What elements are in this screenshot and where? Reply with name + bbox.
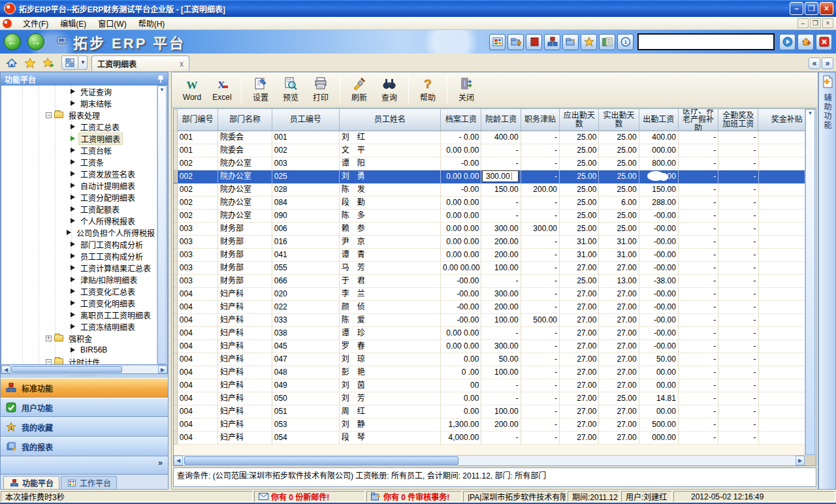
grid-cell[interactable]: 27.00	[599, 366, 639, 379]
grid-cell[interactable]: -00.00	[639, 223, 679, 236]
table-row[interactable]: 002院办公室084段 勤0.00 0.00--25.006.00288.00-…	[174, 197, 816, 210]
grid-cell[interactable]: 0.00 00.00	[441, 262, 481, 275]
grid-cell[interactable]: 刘 勇	[340, 170, 441, 183]
grid-cell[interactable]: -	[481, 379, 521, 392]
grid-cell[interactable]: -	[481, 327, 521, 340]
grid-cell[interactable]: -	[718, 223, 758, 236]
grid-cell[interactable]: 50.00	[481, 353, 521, 366]
status-mail-notice[interactable]: 你有 0 份新邮件!	[254, 491, 365, 502]
grid-cell[interactable]: 27.00	[599, 327, 639, 340]
grid-cell[interactable]: 妇产科	[218, 392, 272, 405]
table-row[interactable]: 004妇产科048彭 艳0 .00100.00-27.0027.0000.00-…	[174, 366, 816, 379]
grid-cell[interactable]: 27.00	[599, 340, 639, 353]
grid-cell[interactable]: 妇产科	[218, 288, 272, 301]
grid-cell[interactable]: 150.00	[481, 183, 521, 197]
grid-cell[interactable]: 002	[272, 144, 340, 157]
tree-item-leaf[interactable]: 工资冻结明细表	[1, 321, 157, 332]
menu-edit[interactable]: 编辑(E)	[54, 16, 92, 30]
grid-cell[interactable]: 27.00	[599, 301, 639, 314]
grid-cell[interactable]: 妇产科	[218, 379, 272, 392]
menu-file[interactable]: 文件(F)	[17, 16, 54, 30]
grid-cell[interactable]: 300.00	[481, 288, 521, 301]
grid-cell[interactable]: 刘 琼	[340, 353, 441, 366]
grid-cell[interactable]: 066	[272, 275, 340, 288]
table-row[interactable]: 004妇产科051周 红0.00100.00-27.0027.0000.00--	[174, 405, 816, 418]
grid-cell[interactable]: -	[481, 197, 521, 210]
grid-cell[interactable]: -	[521, 262, 560, 275]
grid-cell[interactable]: 6.00	[599, 197, 639, 210]
table-row[interactable]: 004妇产科047刘 琼0.0050.00-27.0027.0050.00--	[174, 353, 816, 366]
table-row[interactable]: 004妇产科020李 兰-00.00300.00-27.0027.00-00.0…	[174, 288, 816, 301]
grid-cell[interactable]: 27.00	[560, 392, 599, 405]
tab-close-icon[interactable]: x	[163, 59, 184, 69]
grid-cell[interactable]: -	[521, 392, 560, 405]
grid-cell[interactable]: 028	[272, 183, 340, 197]
grid-cell[interactable]: -00.00	[639, 314, 679, 327]
grid-cell[interactable]: 0.00 0.00	[441, 327, 481, 340]
sidebar-panel-item[interactable]: 我的报表	[1, 437, 168, 456]
table-row[interactable]: 004妇产科050刘 芳0.00--27.0025.0014.81--	[174, 392, 816, 405]
grid-cell[interactable]: 053	[272, 418, 340, 432]
grid-cell[interactable]: 004	[178, 392, 218, 405]
grid-cell[interactable]: 院委会	[218, 131, 272, 144]
grid-cell[interactable]: - 0.00	[639, 170, 679, 183]
layout-icon[interactable]	[489, 34, 506, 50]
grid-cell[interactable]: 14.81	[639, 392, 679, 405]
grid-cell[interactable]: -00.00	[441, 288, 481, 301]
back-button[interactable]: ←	[4, 33, 21, 50]
grid-cell[interactable]: 00.00	[639, 379, 679, 392]
grid-cell[interactable]: 003	[178, 275, 218, 288]
grid-cell[interactable]: -	[718, 170, 758, 183]
grid-cell[interactable]: 25.00	[560, 197, 599, 210]
grid-cell[interactable]: 院委会	[218, 144, 272, 157]
grid-cell[interactable]: 0.00 0.00	[441, 197, 481, 210]
grid-cell[interactable]: -	[521, 236, 560, 249]
grid-cell[interactable]: -	[679, 392, 718, 405]
grid-cell[interactable]: 李 兰	[340, 288, 441, 301]
home-go-icon[interactable]	[797, 34, 814, 50]
grid-cell[interactable]: 00.00	[639, 366, 679, 379]
toolbar-button-word[interactable]: WWord	[177, 74, 207, 104]
grid-cell[interactable]: 25.00	[599, 157, 639, 170]
grid-cell[interactable]: -	[718, 392, 758, 405]
grid-cell[interactable]: 0.00	[441, 353, 481, 366]
grid-cell[interactable]: 800.00	[639, 157, 679, 170]
grid-cell[interactable]: -	[718, 301, 758, 314]
grid-cell[interactable]: -	[718, 197, 758, 210]
grid-cell[interactable]: 周 红	[340, 405, 441, 418]
grid-cell[interactable]: -	[718, 131, 758, 144]
grid-cell[interactable]: -	[481, 157, 521, 170]
tree-item-folder[interactable]: +强积金	[1, 332, 157, 344]
grid-cell[interactable]: -	[521, 340, 560, 353]
table-row[interactable]: 002院办公室028陈 发-0.00150.00200.0025.0025.00…	[174, 183, 816, 197]
grid-cell[interactable]: -00.00	[639, 288, 679, 301]
grid-cell[interactable]: -	[718, 262, 758, 275]
grid-cell[interactable]: -	[679, 170, 718, 183]
grid-cell[interactable]: 004	[178, 340, 218, 353]
grid-cell[interactable]: 003	[178, 262, 218, 275]
grid-cell[interactable]: -	[521, 327, 560, 340]
grid-cell[interactable]: 27.00	[599, 432, 639, 445]
grid-cell[interactable]: -	[679, 405, 718, 418]
grid-cell[interactable]: 妇产科	[218, 432, 272, 445]
grid-cell[interactable]: -	[679, 249, 718, 262]
tree-item-leaf[interactable]: 期末结帐	[1, 97, 157, 109]
grid-cell[interactable]: 041	[272, 249, 340, 262]
grid-cell[interactable]: 27.00	[560, 262, 599, 275]
grid-cell[interactable]: -	[718, 327, 758, 340]
grid-cell[interactable]: -	[679, 236, 718, 249]
grid-cell[interactable]: -	[521, 210, 560, 223]
views-dropdown-arrow[interactable]: ▼	[79, 55, 88, 70]
grid-cell[interactable]: 27.00	[560, 314, 599, 327]
grid-cell[interactable]: 陈 多	[340, 210, 441, 223]
grid-cell[interactable]: 0.00 0.00	[441, 210, 481, 223]
grid-cell[interactable]: 妇产科	[218, 301, 272, 314]
grid-cell[interactable]: -00.00	[639, 249, 679, 262]
grid-cell[interactable]: 047	[272, 353, 340, 366]
column-header[interactable]: 出勤工资	[639, 109, 679, 131]
grid-horizontal-scrollbar[interactable]: ◀ ▶	[174, 455, 805, 465]
grid-cell[interactable]: -	[521, 197, 560, 210]
grid-cell[interactable]: -0.00	[441, 157, 481, 170]
restore-button[interactable]: ❐	[805, 2, 818, 15]
grid-cell[interactable]: -	[679, 131, 718, 144]
